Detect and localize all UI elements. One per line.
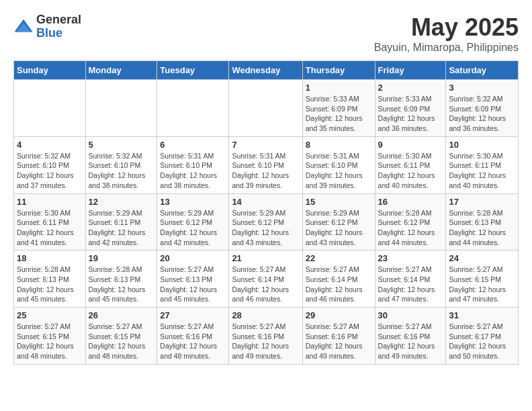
weekday-header-saturday: Saturday [446, 61, 519, 80]
day-number: 30 [378, 310, 443, 320]
calendar-cell: 20Sunrise: 5:27 AM Sunset: 6:13 PM Dayli… [157, 250, 229, 308]
day-info: Sunrise: 5:28 AM Sunset: 6:12 PM Dayligh… [378, 208, 443, 248]
calendar-cell: 24Sunrise: 5:27 AM Sunset: 6:15 PM Dayli… [446, 250, 519, 308]
calendar-cell: 2Sunrise: 5:33 AM Sunset: 6:09 PM Daylig… [375, 80, 446, 137]
day-number: 31 [449, 310, 515, 320]
day-info: Sunrise: 5:31 AM Sunset: 6:10 PM Dayligh… [306, 151, 372, 191]
calendar-cell: 11Sunrise: 5:30 AM Sunset: 6:11 PM Dayli… [14, 193, 86, 250]
day-info: Sunrise: 5:27 AM Sunset: 6:15 PM Dayligh… [449, 265, 515, 304]
day-number: 22 [306, 253, 372, 263]
calendar-cell: 8Sunrise: 5:31 AM Sunset: 6:10 PM Daylig… [302, 136, 375, 193]
logo-icon [13, 17, 34, 37]
day-info: Sunrise: 5:27 AM Sunset: 6:17 PM Dayligh… [449, 322, 515, 361]
day-number: 17 [449, 197, 515, 207]
day-number: 4 [17, 140, 83, 150]
logo-blue: Blue [36, 27, 81, 40]
calendar-cell: 14Sunrise: 5:29 AM Sunset: 6:12 PM Dayli… [229, 193, 302, 250]
calendar-cell: 5Sunrise: 5:32 AM Sunset: 6:10 PM Daylig… [85, 136, 157, 193]
calendar-week-5: 25Sunrise: 5:27 AM Sunset: 6:15 PM Dayli… [14, 308, 519, 365]
day-info: Sunrise: 5:27 AM Sunset: 6:14 PM Dayligh… [232, 265, 299, 304]
calendar-cell: 13Sunrise: 5:29 AM Sunset: 6:12 PM Dayli… [157, 193, 229, 250]
calendar-cell: 26Sunrise: 5:27 AM Sunset: 6:15 PM Dayli… [85, 308, 157, 365]
calendar-cell: 7Sunrise: 5:31 AM Sunset: 6:10 PM Daylig… [229, 136, 302, 193]
day-info: Sunrise: 5:28 AM Sunset: 6:13 PM Dayligh… [449, 208, 515, 248]
day-info: Sunrise: 5:33 AM Sunset: 6:09 PM Dayligh… [306, 94, 372, 134]
calendar-cell: 10Sunrise: 5:30 AM Sunset: 6:11 PM Dayli… [446, 136, 519, 193]
day-number: 20 [160, 253, 226, 263]
day-number: 2 [378, 83, 443, 93]
day-info: Sunrise: 5:31 AM Sunset: 6:10 PM Dayligh… [160, 151, 226, 191]
day-number: 19 [89, 253, 154, 263]
calendar-cell: 19Sunrise: 5:28 AM Sunset: 6:13 PM Dayli… [85, 250, 157, 308]
calendar-cell [85, 80, 157, 137]
day-info: Sunrise: 5:29 AM Sunset: 6:12 PM Dayligh… [306, 208, 372, 248]
day-number: 21 [232, 253, 299, 263]
day-number: 23 [378, 253, 443, 263]
day-info: Sunrise: 5:30 AM Sunset: 6:11 PM Dayligh… [17, 208, 83, 248]
day-info: Sunrise: 5:32 AM Sunset: 6:10 PM Dayligh… [89, 151, 154, 191]
day-number: 3 [449, 83, 515, 93]
calendar-cell: 18Sunrise: 5:28 AM Sunset: 6:13 PM Dayli… [14, 250, 86, 308]
calendar-cell [14, 80, 86, 137]
day-number: 28 [232, 310, 299, 320]
day-number: 25 [17, 310, 83, 320]
logo-general: General [36, 13, 81, 27]
weekday-header-tuesday: Tuesday [157, 61, 229, 80]
day-info: Sunrise: 5:27 AM Sunset: 6:16 PM Dayligh… [306, 322, 372, 361]
day-info: Sunrise: 5:28 AM Sunset: 6:13 PM Dayligh… [89, 265, 154, 304]
calendar-cell: 16Sunrise: 5:28 AM Sunset: 6:12 PM Dayli… [375, 193, 446, 250]
day-info: Sunrise: 5:27 AM Sunset: 6:14 PM Dayligh… [378, 265, 443, 304]
day-info: Sunrise: 5:27 AM Sunset: 6:13 PM Dayligh… [160, 265, 226, 304]
month-title: May 2025 [374, 13, 519, 42]
logo-text: General Blue [36, 13, 81, 40]
day-number: 14 [232, 197, 299, 207]
day-info: Sunrise: 5:29 AM Sunset: 6:12 PM Dayligh… [160, 208, 226, 248]
day-number: 10 [449, 140, 515, 150]
day-number: 7 [232, 140, 299, 150]
day-info: Sunrise: 5:29 AM Sunset: 6:11 PM Dayligh… [89, 208, 154, 248]
calendar-cell [229, 80, 302, 137]
day-info: Sunrise: 5:27 AM Sunset: 6:16 PM Dayligh… [232, 322, 299, 361]
calendar-cell: 23Sunrise: 5:27 AM Sunset: 6:14 PM Dayli… [375, 250, 446, 308]
calendar-week-2: 4Sunrise: 5:32 AM Sunset: 6:10 PM Daylig… [14, 136, 519, 193]
calendar-week-4: 18Sunrise: 5:28 AM Sunset: 6:13 PM Dayli… [14, 250, 519, 308]
day-info: Sunrise: 5:27 AM Sunset: 6:15 PM Dayligh… [89, 322, 154, 361]
calendar-cell: 4Sunrise: 5:32 AM Sunset: 6:10 PM Daylig… [14, 136, 86, 193]
day-info: Sunrise: 5:27 AM Sunset: 6:15 PM Dayligh… [17, 322, 83, 361]
day-info: Sunrise: 5:32 AM Sunset: 6:10 PM Dayligh… [17, 151, 83, 191]
calendar-cell: 21Sunrise: 5:27 AM Sunset: 6:14 PM Dayli… [229, 250, 302, 308]
day-number: 1 [306, 83, 372, 93]
day-number: 5 [89, 140, 154, 150]
calendar-cell: 3Sunrise: 5:32 AM Sunset: 6:09 PM Daylig… [446, 80, 519, 137]
day-info: Sunrise: 5:32 AM Sunset: 6:09 PM Dayligh… [449, 94, 515, 134]
day-info: Sunrise: 5:27 AM Sunset: 6:16 PM Dayligh… [378, 322, 443, 361]
day-number: 16 [378, 197, 443, 207]
weekday-header-wednesday: Wednesday [229, 61, 302, 80]
calendar-cell: 28Sunrise: 5:27 AM Sunset: 6:16 PM Dayli… [229, 308, 302, 365]
weekday-header-monday: Monday [85, 61, 157, 80]
day-number: 11 [17, 197, 83, 207]
calendar-cell: 1Sunrise: 5:33 AM Sunset: 6:09 PM Daylig… [302, 80, 375, 137]
calendar-cell: 25Sunrise: 5:27 AM Sunset: 6:15 PM Dayli… [14, 308, 86, 365]
calendar-cell [157, 80, 229, 137]
day-number: 24 [449, 253, 515, 263]
day-number: 13 [160, 197, 226, 207]
calendar-cell: 6Sunrise: 5:31 AM Sunset: 6:10 PM Daylig… [157, 136, 229, 193]
weekday-header-friday: Friday [375, 61, 446, 80]
day-number: 8 [306, 140, 372, 150]
weekday-header-thursday: Thursday [302, 61, 375, 80]
day-info: Sunrise: 5:27 AM Sunset: 6:16 PM Dayligh… [160, 322, 226, 361]
weekday-header-row: SundayMondayTuesdayWednesdayThursdayFrid… [14, 61, 519, 80]
day-number: 9 [378, 140, 443, 150]
calendar-cell: 27Sunrise: 5:27 AM Sunset: 6:16 PM Dayli… [157, 308, 229, 365]
calendar-cell: 30Sunrise: 5:27 AM Sunset: 6:16 PM Dayli… [375, 308, 446, 365]
day-info: Sunrise: 5:31 AM Sunset: 6:10 PM Dayligh… [232, 151, 299, 191]
day-number: 18 [17, 253, 83, 263]
day-number: 15 [306, 197, 372, 207]
logo: General Blue [13, 13, 81, 40]
calendar-week-1: 1Sunrise: 5:33 AM Sunset: 6:09 PM Daylig… [14, 80, 519, 137]
day-info: Sunrise: 5:27 AM Sunset: 6:14 PM Dayligh… [306, 265, 372, 304]
calendar-cell: 15Sunrise: 5:29 AM Sunset: 6:12 PM Dayli… [302, 193, 375, 250]
day-number: 27 [160, 310, 226, 320]
calendar-cell: 9Sunrise: 5:30 AM Sunset: 6:11 PM Daylig… [375, 136, 446, 193]
